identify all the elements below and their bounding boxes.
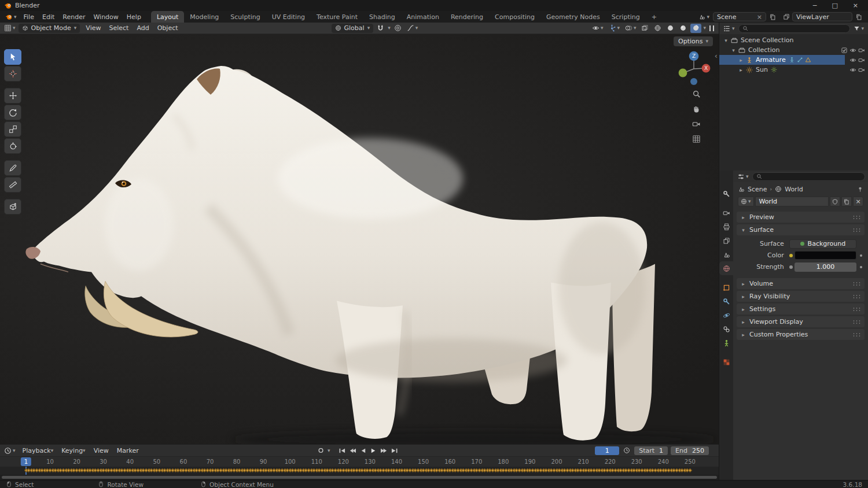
- timeline-scrollbar[interactable]: [0, 475, 719, 480]
- surface-shader-button[interactable]: Background: [789, 239, 856, 249]
- viewlayer-selector[interactable]: ViewLayer: [792, 12, 852, 21]
- frame-end-field[interactable]: End 250: [671, 446, 709, 455]
- eye-toggle[interactable]: [849, 57, 856, 64]
- animate-color-dot[interactable]: [858, 254, 863, 257]
- use-preview-range-toggle[interactable]: [622, 446, 631, 455]
- properties-editor-type-button[interactable]: ▾: [736, 173, 750, 180]
- browse-world-button[interactable]: ▾: [738, 197, 754, 206]
- menu-render[interactable]: Render: [58, 11, 89, 23]
- tool-move[interactable]: [4, 88, 21, 103]
- panel-ray-visibility[interactable]: ▸ Ray Visibility: [737, 291, 865, 302]
- blender-app-menu[interactable]: ▾: [2, 11, 20, 23]
- shading-material-button[interactable]: [678, 24, 689, 33]
- outliner-filter-button[interactable]: ▾: [852, 25, 865, 32]
- jump-to-end-button[interactable]: [389, 446, 399, 455]
- disclosure-icon[interactable]: ▸: [738, 67, 744, 73]
- frame-start-field[interactable]: Start 1: [634, 446, 668, 455]
- prev-keyframe-button[interactable]: [348, 446, 357, 455]
- tool-transform[interactable]: [4, 138, 21, 154]
- workspace-tab-scripting[interactable]: Scripting: [606, 11, 646, 23]
- tool-rotate[interactable]: [4, 105, 21, 120]
- new-world-button[interactable]: [841, 197, 852, 206]
- world-color-swatch[interactable]: [795, 251, 856, 260]
- properties-tab-physics[interactable]: [719, 308, 733, 322]
- outliner-row-collection[interactable]: ▾Collection: [719, 45, 868, 55]
- editor-type-button[interactable]: ▾: [3, 24, 17, 32]
- viewport-menu-select[interactable]: Select: [105, 24, 133, 32]
- navigation-gizmo[interactable]: Z X: [675, 49, 712, 86]
- camera-toggle[interactable]: [858, 57, 865, 64]
- camera-toggle[interactable]: [858, 66, 865, 73]
- tool-cursor[interactable]: [4, 66, 21, 82]
- properties-tab-object-data[interactable]: [719, 336, 733, 350]
- snap-options-caret-icon[interactable]: ▾: [388, 25, 391, 31]
- current-frame-field[interactable]: 1: [595, 446, 619, 455]
- disclosure-icon[interactable]: ▾: [723, 38, 729, 43]
- shading-solid-button[interactable]: [665, 24, 676, 33]
- workspace-tab-rendering[interactable]: Rendering: [445, 11, 489, 23]
- menu-edit[interactable]: Edit: [38, 11, 58, 23]
- transform-orientation-dropdown[interactable]: Global ▾: [332, 24, 374, 33]
- unlink-scene-icon[interactable]: ×: [757, 13, 762, 21]
- unlink-world-button[interactable]: ×: [853, 197, 863, 206]
- object-visibility-dropdown[interactable]: ▾: [590, 24, 605, 33]
- maximize-button[interactable]: □: [832, 2, 837, 9]
- shading-options-caret-icon[interactable]: ▾: [703, 25, 706, 31]
- panel-settings[interactable]: ▸ Settings: [737, 304, 865, 315]
- saber-tooth-cat-model[interactable]: [0, 34, 719, 444]
- outliner-row-scene-collection[interactable]: ▾Scene Collection: [719, 35, 868, 45]
- properties-tab-scene[interactable]: [719, 247, 733, 261]
- panel-surface[interactable]: ▾ Surface: [737, 224, 865, 235]
- minimize-button[interactable]: ─: [813, 2, 817, 9]
- tool-annotate[interactable]: [4, 160, 21, 176]
- menu-file[interactable]: File: [20, 11, 38, 23]
- 3d-viewport[interactable]: Options ▾ Z X ‹: [0, 34, 719, 444]
- workspace-tab-layout[interactable]: Layout: [151, 11, 184, 23]
- eye-toggle[interactable]: [849, 47, 856, 54]
- pin-icon[interactable]: [857, 186, 863, 193]
- snap-toggle[interactable]: [375, 24, 386, 33]
- menu-help[interactable]: Help: [123, 11, 145, 23]
- show-overlays-toggle[interactable]: ▾: [623, 24, 638, 33]
- disclosure-icon[interactable]: ▾: [730, 47, 737, 53]
- auto-keying-toggle[interactable]: [316, 446, 325, 455]
- timeline-editor-type-button[interactable]: ▾: [3, 447, 17, 454]
- outliner-editor-type-button[interactable]: ▾: [722, 25, 736, 32]
- panel-custom-properties[interactable]: ▸ Custom Properties: [737, 329, 865, 340]
- scene-selector[interactable]: Scene ×: [713, 12, 766, 21]
- viewport-menu-add[interactable]: Add: [133, 24, 153, 32]
- workspace-tab-texture-paint[interactable]: Texture Paint: [311, 11, 363, 23]
- workspace-tab-sculpting[interactable]: Sculpting: [225, 11, 266, 23]
- next-keyframe-button[interactable]: [379, 446, 388, 455]
- timeline-menu-keying[interactable]: Keying ▾: [57, 447, 89, 454]
- menu-window[interactable]: Window: [89, 11, 122, 23]
- timeline-menu-view[interactable]: View: [90, 447, 113, 454]
- outliner-row-sun[interactable]: ▸Sun: [719, 65, 868, 75]
- current-frame-marker[interactable]: 1: [21, 457, 31, 466]
- gizmo-minus-z-axis[interactable]: [690, 78, 697, 85]
- world-name-field[interactable]: World: [755, 197, 829, 206]
- eye-toggle[interactable]: [849, 66, 856, 73]
- properties-tab-render[interactable]: [719, 206, 733, 220]
- options-button[interactable]: Options ▾: [674, 36, 713, 46]
- workspace-tab-modeling[interactable]: Modeling: [184, 11, 225, 23]
- xray-toggle[interactable]: [639, 24, 650, 33]
- checkbox-toggle[interactable]: [841, 47, 848, 54]
- properties-tab-output[interactable]: [719, 220, 733, 234]
- properties-tab-modifiers[interactable]: [719, 294, 733, 308]
- proportional-editing-toggle[interactable]: [392, 24, 403, 33]
- outliner-search-input[interactable]: [738, 24, 851, 33]
- tool-select-box[interactable]: [4, 49, 21, 65]
- viewport-menu-object[interactable]: Object: [153, 24, 182, 32]
- tool-measure[interactable]: [4, 177, 21, 193]
- workspace-tab-animation[interactable]: Animation: [401, 11, 445, 23]
- properties-search-input[interactable]: [752, 172, 865, 181]
- panel-viewport-display[interactable]: ▸ Viewport Display: [737, 316, 865, 327]
- zoom-icon[interactable]: [692, 90, 701, 98]
- camera-view-icon[interactable]: [692, 120, 701, 128]
- properties-tab-constraints[interactable]: [719, 322, 733, 336]
- gizmo-y-axis[interactable]: [679, 69, 687, 77]
- outliner-row-armature[interactable]: ▸Armature: [719, 55, 868, 65]
- timeline-keyframe-track[interactable]: [0, 467, 719, 475]
- panel-volume[interactable]: ▸ Volume: [737, 278, 865, 289]
